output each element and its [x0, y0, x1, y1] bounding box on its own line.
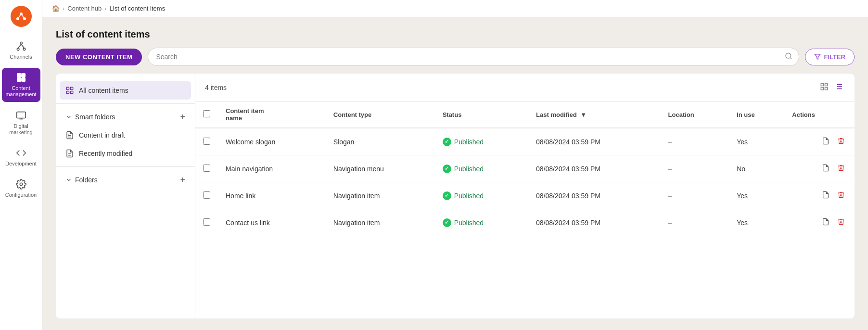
- main-area: 🏠 › Content hub › List of content items …: [42, 0, 868, 330]
- row-checkbox-cell: [195, 182, 218, 209]
- recently-modified-icon: [65, 149, 74, 158]
- row-actions-1: [784, 155, 855, 182]
- chevron-down-icon: [65, 114, 72, 120]
- svg-marker-18: [815, 54, 821, 60]
- row-name-0: Welcome slogan: [218, 128, 326, 155]
- table-header-bar: 4 items: [195, 74, 855, 102]
- svg-rect-28: [825, 83, 828, 86]
- smart-folders-add-button[interactable]: +: [180, 113, 185, 121]
- list-view-button[interactable]: [832, 80, 845, 94]
- content-in-draft-item[interactable]: Content in draft: [56, 126, 195, 144]
- header-actions: Actions: [784, 102, 855, 128]
- search-icon: [785, 52, 792, 62]
- status-badge-0: Published: [443, 138, 484, 146]
- app-logo[interactable]: [11, 6, 32, 27]
- row-status-2: Published: [435, 182, 528, 209]
- sidebar-item-digital-marketing[interactable]: Digital marketing: [2, 106, 40, 140]
- recently-modified-item[interactable]: Recently modified: [56, 144, 195, 163]
- svg-point-5: [20, 42, 22, 44]
- breadcrumb-home-icon[interactable]: 🏠: [52, 5, 60, 12]
- delete-icon-1: [837, 164, 845, 172]
- edit-icon-1: [822, 164, 830, 172]
- sidebar-item-label: Development: [5, 161, 37, 167]
- filter-button[interactable]: FILTER: [805, 49, 855, 65]
- svg-line-8: [18, 44, 21, 48]
- development-icon: [15, 147, 27, 159]
- delete-button-0[interactable]: [835, 135, 847, 148]
- content-table: Content itemname Content type Status Las…: [195, 102, 855, 236]
- table-row: Contact us link Navigation item Publishe…: [195, 209, 855, 236]
- svg-rect-13: [21, 78, 25, 81]
- svg-line-9: [21, 44, 24, 48]
- table-wrap: Content itemname Content type Status Las…: [195, 102, 855, 318]
- folders-section-left: Folders: [65, 176, 98, 184]
- view-toggles: [818, 80, 845, 94]
- sidebar-item-label: Configuration: [5, 192, 37, 198]
- header-content-type: Content type: [326, 102, 435, 128]
- select-all-checkbox[interactable]: [203, 110, 210, 117]
- header-status: Status: [435, 102, 528, 128]
- sidebar-item-channels[interactable]: Channels: [2, 37, 40, 64]
- recently-modified-label: Recently modified: [79, 150, 132, 157]
- row-checkbox-cell: [195, 209, 218, 236]
- edit-button-0[interactable]: [820, 135, 831, 148]
- row-actions-3: [784, 209, 855, 236]
- search-bar: [148, 48, 799, 66]
- row-modified-1: 08/08/2024 03:59 PM: [528, 155, 661, 182]
- sidebar: Channels Content management Digital mark…: [0, 0, 42, 330]
- breadcrumb-current: List of content items: [110, 5, 166, 12]
- row-location-1: –: [661, 155, 729, 182]
- row-status-0: Published: [435, 128, 528, 155]
- status-badge-3: Published: [443, 218, 484, 227]
- sidebar-item-configuration[interactable]: Configuration: [2, 175, 40, 202]
- grid-view-button[interactable]: [818, 80, 830, 94]
- page-title: List of content items: [56, 29, 855, 40]
- search-input[interactable]: [148, 48, 799, 66]
- breadcrumb-content-hub[interactable]: Content hub: [67, 5, 102, 12]
- content-panel: All content items Smart folders +: [56, 74, 855, 318]
- row-actions-2: [784, 182, 855, 209]
- svg-rect-11: [21, 74, 25, 77]
- header-location: Location: [661, 102, 729, 128]
- edit-button-2[interactable]: [820, 189, 831, 202]
- header-content-item-name: Content itemname: [218, 102, 326, 128]
- sidebar-item-development[interactable]: Development: [2, 143, 40, 171]
- delete-icon-2: [837, 191, 845, 199]
- all-content-items-item[interactable]: All content items: [60, 81, 191, 100]
- edit-button-3[interactable]: [820, 216, 831, 229]
- row-checkbox-0[interactable]: [203, 138, 210, 145]
- svg-point-7: [23, 48, 26, 51]
- row-checkbox-3[interactable]: [203, 218, 210, 226]
- row-checkbox-2[interactable]: [203, 191, 210, 199]
- content-management-icon: [15, 72, 27, 83]
- divider-1: [56, 103, 195, 104]
- sort-icon: ▼: [580, 111, 587, 118]
- status-dot-0: [443, 138, 451, 146]
- folders-header[interactable]: Folders +: [56, 171, 195, 189]
- header-last-modified[interactable]: Last modified ▼: [528, 102, 661, 128]
- filter-icon: [814, 53, 821, 60]
- row-status-3: Published: [435, 209, 528, 236]
- svg-line-17: [791, 58, 792, 59]
- grid-icon: [820, 82, 829, 91]
- folders-add-button[interactable]: +: [180, 176, 185, 184]
- svg-rect-27: [821, 83, 823, 86]
- page-content: List of content items NEW CONTENT ITEM F…: [42, 17, 868, 330]
- breadcrumb-sep-2: ›: [104, 5, 106, 12]
- edit-icon-3: [822, 218, 830, 226]
- delete-button-1[interactable]: [835, 162, 847, 175]
- sidebar-item-label: Content management: [4, 85, 38, 98]
- left-panel: All content items Smart folders +: [56, 74, 195, 318]
- row-name-2: Home link: [218, 182, 326, 209]
- edit-button-1[interactable]: [820, 162, 831, 175]
- sidebar-item-content-management[interactable]: Content management: [2, 68, 40, 102]
- smart-folders-header[interactable]: Smart folders +: [56, 108, 195, 126]
- delete-button-3[interactable]: [835, 216, 847, 229]
- delete-icon-3: [837, 218, 845, 226]
- status-badge-1: Published: [443, 165, 484, 173]
- new-content-item-button[interactable]: NEW CONTENT ITEM: [56, 49, 142, 65]
- row-checkbox-1[interactable]: [203, 165, 210, 172]
- status-badge-2: Published: [443, 191, 484, 200]
- row-location-3: –: [661, 209, 729, 236]
- delete-button-2[interactable]: [835, 189, 847, 202]
